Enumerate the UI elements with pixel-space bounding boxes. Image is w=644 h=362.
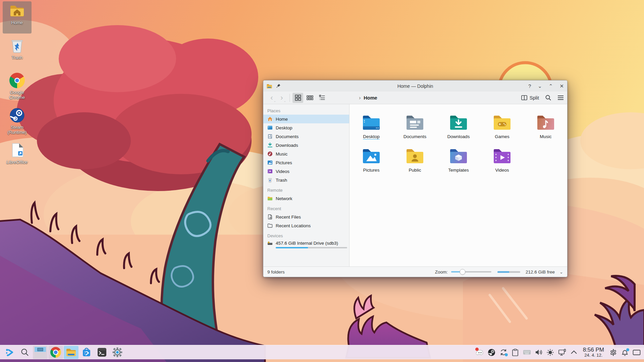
titlebar[interactable]: Home — Dolphin ? ⌄ ⌃ ✕ bbox=[263, 80, 567, 92]
sidebar-item-network[interactable]: Network bbox=[263, 194, 349, 203]
search-icon[interactable] bbox=[545, 95, 551, 101]
show-desktop-button[interactable] bbox=[633, 348, 641, 356]
desktop-icon-google-chrome[interactable]: Google Chrome bbox=[3, 71, 32, 103]
free-space-text: 212.6 GiB free bbox=[526, 269, 555, 275]
statusbar-chevron-icon[interactable]: ⌄ bbox=[559, 269, 563, 275]
folder-label: Videos bbox=[495, 168, 509, 173]
details-view-button[interactable] bbox=[317, 93, 327, 103]
sidebar-item-label: Trash bbox=[276, 178, 287, 183]
display-icon bbox=[558, 349, 566, 356]
tray-brightness[interactable] bbox=[546, 348, 554, 356]
tray-steam[interactable] bbox=[488, 348, 496, 356]
tray-volume[interactable] bbox=[535, 348, 543, 356]
tray-keyboard[interactable] bbox=[523, 348, 531, 356]
clock[interactable]: 8:56 PM 24. 4. 12. bbox=[583, 347, 604, 357]
desktop-icon-label: Home bbox=[11, 20, 23, 25]
statusbar: 9 folders Zoom: 212.6 GiB free ⌄ bbox=[263, 266, 567, 277]
help-button[interactable]: ? bbox=[528, 83, 531, 88]
folder-public[interactable]: Public bbox=[393, 145, 437, 179]
zoom-slider-handle[interactable] bbox=[460, 269, 465, 275]
sidebar-item-pictures[interactable]: Pictures bbox=[263, 158, 349, 167]
icons-view-button[interactable] bbox=[292, 93, 303, 103]
taskbar-panel: 8:56 PM 24. 4. 12. bbox=[0, 345, 644, 359]
sidebar-item-downloads[interactable]: Downloads bbox=[263, 141, 349, 149]
breadcrumb[interactable]: › Home bbox=[359, 95, 377, 101]
clock-time: 8:56 PM bbox=[583, 347, 604, 353]
discord-notification-badge bbox=[475, 348, 479, 351]
taskbar-system-settings[interactable] bbox=[110, 346, 125, 359]
desktop-folder-icon bbox=[361, 112, 382, 133]
taskbar-dolphin[interactable] bbox=[64, 346, 78, 359]
folder-documents[interactable]: Documents bbox=[393, 112, 437, 145]
minimize-button[interactable]: ⌄ bbox=[538, 83, 542, 88]
folder-label: Music bbox=[540, 134, 551, 139]
toolbar-separator bbox=[289, 94, 290, 102]
tray-discord[interactable] bbox=[476, 348, 484, 356]
folder-games[interactable]: Games bbox=[480, 112, 524, 145]
folder-view[interactable]: Desktop Documents bbox=[350, 104, 567, 266]
folder-templates[interactable]: Templates bbox=[437, 145, 480, 179]
tray-settings[interactable] bbox=[609, 348, 617, 356]
taskbar-konsole[interactable] bbox=[95, 346, 109, 359]
virtual-desktop-pager[interactable] bbox=[33, 346, 48, 359]
desktop-icon-home[interactable]: Home bbox=[3, 1, 32, 34]
folder-label: Downloads bbox=[447, 134, 470, 139]
desktop-icon-trash[interactable]: Trash bbox=[3, 36, 32, 68]
app-launcher-button[interactable] bbox=[2, 346, 17, 359]
split-view-icon bbox=[521, 95, 527, 100]
sidebar-item-music[interactable]: Music bbox=[263, 149, 349, 158]
maximize-button[interactable]: ⌃ bbox=[549, 83, 553, 88]
folder-desktop[interactable]: Desktop bbox=[350, 112, 393, 145]
icons-view-icon bbox=[295, 95, 301, 101]
compact-view-icon bbox=[307, 95, 313, 101]
hard-drive-icon bbox=[267, 240, 273, 246]
folder-pictures[interactable]: Pictures bbox=[350, 145, 393, 179]
tray-display[interactable] bbox=[558, 348, 566, 356]
zoom-slider[interactable] bbox=[451, 271, 491, 273]
chrome-icon bbox=[9, 73, 25, 88]
folder-videos[interactable]: Videos bbox=[480, 145, 524, 179]
sidebar-item-home[interactable]: Home bbox=[263, 115, 349, 123]
home-folder-icon bbox=[9, 3, 25, 19]
chevron-up-icon bbox=[571, 350, 577, 354]
forward-button[interactable]: ›⌄ bbox=[277, 93, 287, 103]
taskbar-discover[interactable] bbox=[79, 346, 94, 359]
sidebar-item-desktop[interactable]: Desktop bbox=[263, 123, 349, 132]
tray-notifications[interactable] bbox=[621, 348, 629, 356]
taskbar-chrome[interactable] bbox=[48, 346, 63, 359]
tray-expand-chevron[interactable] bbox=[570, 348, 578, 356]
desktop-icon-label: Trash bbox=[12, 55, 23, 60]
sidebar-item-videos[interactable]: Videos bbox=[263, 167, 349, 176]
hamburger-menu-icon[interactable] bbox=[557, 95, 564, 100]
documents-folder-icon bbox=[404, 112, 426, 133]
compact-view-button[interactable] bbox=[305, 93, 315, 103]
kde-launcher-icon bbox=[4, 347, 14, 357]
folder-downloads[interactable]: Downloads bbox=[437, 112, 480, 145]
back-button[interactable]: ‹⌄ bbox=[267, 93, 277, 103]
volume-icon bbox=[535, 349, 543, 356]
folder-label: Desktop bbox=[363, 134, 380, 139]
desktop-icon-libreoffice[interactable]: LibreOffice bbox=[3, 141, 32, 173]
breadcrumb-chevron-icon: › bbox=[359, 95, 361, 101]
desktop-icon-steam[interactable]: Steam (Runtime) bbox=[3, 106, 32, 138]
section-header-places: Places bbox=[263, 107, 349, 115]
trash-small-icon bbox=[267, 177, 273, 183]
chrome-icon bbox=[50, 347, 61, 358]
sidebar-item-documents[interactable]: Documents bbox=[263, 132, 349, 141]
music-folder-icon bbox=[535, 112, 556, 133]
public-folder-icon bbox=[404, 145, 426, 167]
split-button[interactable]: Split bbox=[521, 95, 539, 101]
sidebar-item-internal-drive[interactable]: 457.6 GiB Internal Drive (sdb3) bbox=[263, 240, 349, 251]
sidebar-item-trash[interactable]: Trash bbox=[263, 176, 349, 184]
tray-updates[interactable] bbox=[499, 348, 507, 356]
search-launcher-button[interactable] bbox=[17, 346, 32, 359]
videos-icon bbox=[267, 169, 273, 174]
close-button[interactable]: ✕ bbox=[559, 83, 564, 88]
system-tray: 8:56 PM 24. 4. 12. bbox=[476, 345, 644, 360]
sidebar-item-recent-files[interactable]: Recent Files bbox=[263, 213, 349, 221]
folder-music[interactable]: Music bbox=[524, 112, 568, 145]
sidebar-item-recent-locations[interactable]: Recent Locations bbox=[263, 221, 349, 230]
brightness-icon bbox=[546, 349, 554, 356]
tray-clipboard[interactable] bbox=[511, 348, 519, 356]
breadcrumb-home[interactable]: Home bbox=[364, 95, 377, 101]
